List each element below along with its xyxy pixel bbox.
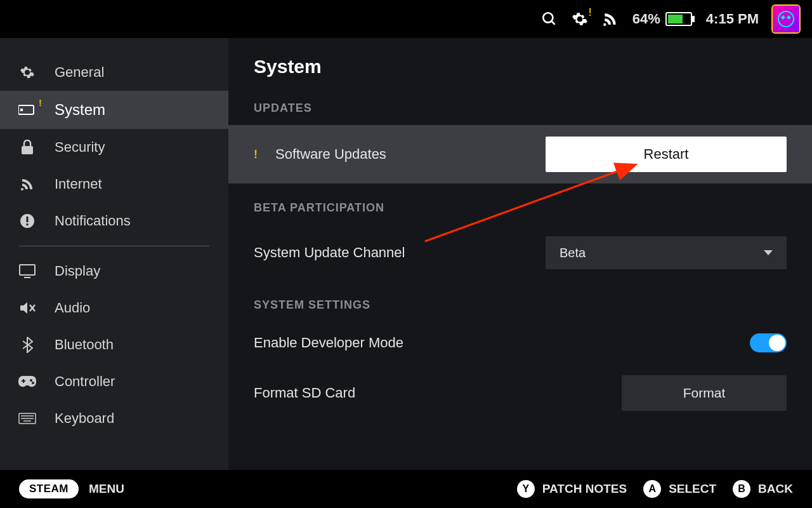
main-panel: System UPDATES ! Software Updates Restar… — [228, 38, 812, 470]
sidebar-item-general[interactable]: General — [0, 54, 228, 91]
menu-label: MENU — [89, 482, 124, 496]
svg-rect-3 — [20, 109, 23, 111]
sidebar-item-label: Internet — [55, 176, 102, 192]
sidebar-item-label: Audio — [55, 300, 90, 316]
system-icon: ! — [18, 104, 37, 116]
avatar[interactable] — [773, 6, 799, 32]
sidebar-item-label: Display — [55, 263, 100, 279]
audio-icon — [18, 301, 37, 315]
svg-rect-8 — [20, 265, 35, 275]
chevron-down-icon — [764, 250, 773, 255]
sidebar-item-keyboard[interactable]: Keyboard — [0, 400, 228, 437]
hint-patch-notes[interactable]: Y PATCH NOTES — [517, 480, 627, 498]
sidebar-item-label: Bluetooth — [55, 337, 114, 353]
svg-rect-7 — [27, 224, 29, 225]
sidebar-item-controller[interactable]: Controller — [0, 363, 228, 400]
gear-icon[interactable]: ! — [572, 11, 588, 27]
hint-label: PATCH NOTES — [542, 482, 627, 496]
alert-icon: ! — [254, 148, 258, 161]
battery-icon — [665, 12, 692, 26]
format-sd-label: Format SD Card — [254, 385, 355, 401]
sidebar-item-bluetooth[interactable]: Bluetooth — [0, 326, 228, 363]
developer-mode-label: Enable Developer Mode — [254, 335, 403, 351]
steam-button[interactable]: STEAM — [19, 479, 79, 498]
sidebar-item-display[interactable]: Display — [0, 253, 228, 290]
sidebar-item-label: Security — [55, 139, 105, 156]
section-header-updates: UPDATES — [228, 102, 812, 115]
sidebar-item-internet[interactable]: Internet — [0, 166, 228, 203]
svg-rect-6 — [27, 217, 29, 222]
b-button-icon: B — [733, 480, 750, 498]
svg-line-1 — [551, 21, 554, 24]
wifi-icon[interactable] — [602, 11, 619, 27]
svg-point-0 — [543, 13, 553, 22]
sidebar-item-notifications[interactable]: Notifications — [0, 203, 228, 239]
alert-icon — [18, 213, 37, 229]
sidebar-item-label: General — [55, 64, 104, 81]
update-channel-dropdown[interactable]: Beta — [546, 236, 787, 269]
format-button[interactable]: Format — [622, 375, 787, 411]
sidebar-item-label: Controller — [55, 373, 115, 390]
section-header-system-settings: SYSTEM SETTINGS — [228, 298, 812, 312]
row-format-sd: Format SD Card Format — [228, 364, 812, 422]
sidebar-item-label: Keyboard — [55, 410, 114, 427]
a-button-icon: A — [643, 480, 661, 498]
sidebar-item-security[interactable]: Security — [0, 129, 228, 166]
svg-rect-4 — [22, 146, 33, 154]
sidebar: General ! System Security Internet Notif… — [0, 38, 228, 470]
battery-percent: 64% — [632, 11, 660, 27]
display-icon — [18, 264, 37, 278]
search-icon[interactable] — [541, 11, 558, 27]
battery-status: 64% — [632, 11, 692, 27]
bottom-bar: STEAM MENU Y PATCH NOTES A SELECT B BACK — [0, 470, 812, 508]
row-software-updates: ! Software Updates Restart — [228, 125, 812, 184]
sidebar-item-audio[interactable]: Audio — [0, 290, 228, 326]
format-button-label: Format — [683, 385, 726, 401]
software-updates-label: Software Updates — [275, 146, 386, 163]
restart-button[interactable]: Restart — [546, 137, 787, 172]
restart-button-label: Restart — [644, 146, 689, 163]
row-developer-mode: Enable Developer Mode — [228, 322, 812, 364]
dropdown-value: Beta — [560, 246, 586, 260]
bluetooth-icon — [18, 337, 37, 353]
hint-label: SELECT — [669, 482, 716, 496]
controller-icon — [18, 376, 37, 387]
clock: 4:15 PM — [706, 11, 759, 27]
lock-icon — [18, 140, 37, 155]
svg-rect-15 — [23, 379, 24, 383]
gear-icon — [18, 65, 37, 80]
hint-label: BACK — [758, 482, 793, 496]
hint-back[interactable]: B BACK — [733, 480, 793, 498]
page-title: System — [228, 56, 812, 77]
svg-point-13 — [32, 382, 34, 384]
update-channel-label: System Update Channel — [254, 244, 405, 261]
hint-select[interactable]: A SELECT — [643, 480, 716, 498]
sidebar-divider — [19, 246, 209, 246]
sidebar-item-system[interactable]: ! System — [0, 91, 228, 129]
developer-mode-toggle[interactable] — [750, 333, 787, 352]
sidebar-item-label: System — [55, 101, 105, 119]
y-button-icon: Y — [517, 480, 535, 498]
row-update-channel: System Update Channel Beta — [228, 225, 812, 281]
sidebar-item-label: Notifications — [55, 213, 131, 229]
wifi-icon — [18, 177, 37, 192]
section-header-beta: BETA PARTICIPATION — [228, 201, 812, 215]
keyboard-icon — [18, 413, 37, 424]
svg-point-12 — [30, 379, 32, 382]
top-bar: ! 64% 4:15 PM — [0, 0, 812, 38]
